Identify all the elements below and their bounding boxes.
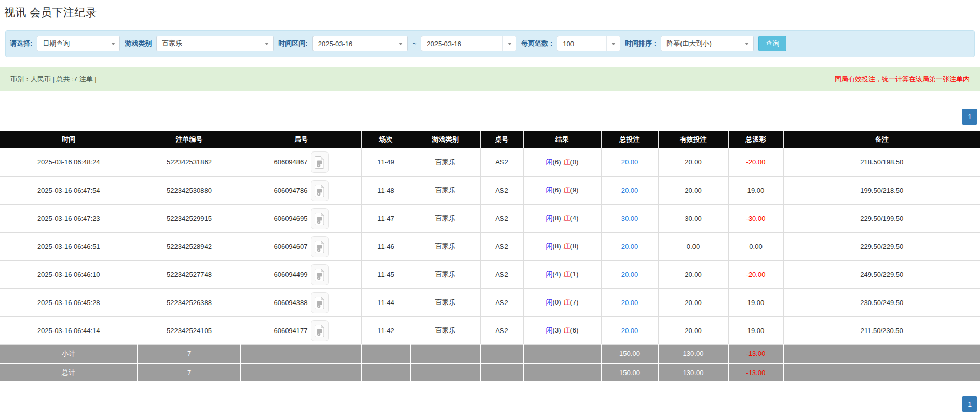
subtotal-row: 小计 7 150.00 130.00 -13.00 — [0, 344, 980, 363]
search-button[interactable]: 查询 — [758, 36, 786, 51]
cell-time: 2025-03-16 06:46:51 — [0, 232, 138, 260]
cell-valid-bet: 20.00 — [658, 176, 728, 204]
total-total-payout: -13.00 — [728, 363, 783, 382]
result-player-score: (4) — [553, 270, 561, 278]
cell-valid-bet: 20.00 — [658, 148, 728, 176]
video-replay-button[interactable] — [311, 264, 329, 285]
total-empty-cell — [411, 363, 480, 382]
cell-bet-id: 522342527748 — [138, 260, 241, 288]
video-replay-button[interactable] — [311, 292, 329, 313]
page-1-button[interactable]: 1 — [962, 396, 977, 412]
total-empty-cell — [480, 363, 523, 382]
date-to-value: 2025-03-16 — [421, 36, 502, 51]
date-to-select[interactable]: 2025-03-16 — [421, 36, 516, 51]
total-bet-link[interactable]: 20.00 — [621, 158, 638, 166]
cell-time: 2025-03-16 06:48:24 — [0, 148, 138, 176]
result-player-label: 闲 — [546, 298, 553, 306]
time-sort-label: 时间排序 : — [625, 39, 656, 48]
total-bet-link[interactable]: 20.00 — [621, 243, 638, 251]
cell-game-type: 百家乐 — [411, 176, 480, 204]
video-replay-button[interactable] — [311, 320, 329, 341]
total-count: 7 — [138, 363, 241, 382]
subtotal-label: 小计 — [0, 344, 138, 363]
cell-bet-id: 522342524105 — [138, 316, 241, 344]
cell-remark: 249.50/229.50 — [783, 260, 980, 288]
page-size-select[interactable]: 100 — [557, 36, 620, 51]
video-replay-button[interactable] — [311, 180, 329, 201]
total-bet-link[interactable]: 30.00 — [621, 215, 638, 223]
video-file-icon — [315, 268, 325, 281]
cell-game-type: 百家乐 — [411, 232, 480, 260]
query-mode-select[interactable]: 日期查询 — [37, 36, 120, 51]
video-file-icon — [315, 212, 325, 225]
subtotal-total-payout: -13.00 — [728, 344, 783, 363]
header-time: 时间 — [0, 131, 138, 148]
time-sort-select[interactable]: 降幂(由大到小) — [661, 36, 754, 51]
video-file-icon — [315, 296, 325, 309]
table-header: 时间 注单编号 局号 场次 游戏类别 桌号 结果 总投注 有效投注 总派彩 备注 — [0, 131, 980, 148]
cell-total-bet: 20.00 — [601, 232, 658, 260]
result-banker-score: (4) — [570, 214, 579, 222]
cell-table-no: AS2 — [480, 232, 523, 260]
page-size-label: 每页笔数 : — [521, 39, 552, 48]
subtotal-empty-cell — [241, 344, 361, 363]
chevron-down-icon[interactable] — [606, 36, 620, 51]
cell-total-bet: 20.00 — [601, 260, 658, 288]
cell-bet-id: 522342531862 — [138, 148, 241, 176]
cell-bet-id: 522342529915 — [138, 204, 241, 232]
cell-total-payout: -20.00 — [728, 148, 783, 176]
cell-result: 闲(6)庄(0) — [523, 148, 601, 176]
total-bet-link[interactable]: 20.00 — [621, 327, 638, 335]
cell-session: 11-48 — [361, 176, 411, 204]
header-remark: 备注 — [783, 131, 980, 148]
header-table-no: 桌号 — [480, 131, 523, 148]
subtotal-total-bet: 150.00 — [601, 344, 658, 363]
cell-table-no: AS2 — [480, 260, 523, 288]
cell-remark: 211.50/230.50 — [783, 316, 980, 344]
chevron-down-icon[interactable] — [106, 36, 119, 51]
result-banker-label: 庄 — [564, 242, 570, 250]
cell-session: 11-49 — [361, 148, 411, 176]
video-replay-button[interactable] — [311, 208, 329, 229]
page-1-button[interactable]: 1 — [962, 109, 977, 125]
result-banker-label: 庄 — [564, 214, 570, 222]
result-banker-score: (9) — [570, 186, 579, 194]
table-body: 2025-03-16 06:48:24 522342531862 6060948… — [0, 148, 980, 344]
chevron-down-icon[interactable] — [394, 36, 407, 51]
date-from-select[interactable]: 2025-03-16 — [312, 36, 408, 51]
time-sort-value: 降幂(由大到小) — [661, 36, 740, 51]
video-replay-button[interactable] — [311, 151, 329, 173]
subtotal-empty-cell — [361, 344, 411, 363]
table-summary: 小计 7 150.00 130.00 -13.00 总计 7 150.00 13… — [0, 344, 980, 382]
cell-session: 11-46 — [361, 232, 411, 260]
cell-round-id: 606094607 — [241, 232, 361, 260]
round-id-text: 606094499 — [274, 271, 307, 279]
cell-bet-id: 522342528942 — [138, 232, 241, 260]
video-file-icon — [315, 156, 325, 169]
total-bet-link[interactable]: 20.00 — [621, 187, 638, 195]
summary-bar: 币别：人民币 | 总共 :7 注单 | 同局有效投注，统一计算在该局第一张注单内 — [0, 67, 980, 91]
subtotal-empty-cell — [480, 344, 523, 363]
chevron-down-icon[interactable] — [260, 36, 273, 51]
page-header: 视讯 会员下注纪录 — [0, 0, 980, 24]
header-total-bet: 总投注 — [601, 131, 658, 148]
video-replay-button[interactable] — [311, 236, 329, 257]
result-player-label: 闲 — [546, 158, 553, 166]
cell-bet-id: 522342530880 — [138, 176, 241, 204]
game-type-select[interactable]: 百家乐 — [156, 36, 274, 51]
video-file-icon — [315, 184, 325, 197]
cell-total-bet: 20.00 — [601, 176, 658, 204]
result-player-score: (8) — [553, 242, 561, 250]
round-id-text: 606094388 — [274, 299, 307, 307]
cell-total-bet: 30.00 — [601, 204, 658, 232]
chevron-down-icon[interactable] — [502, 36, 516, 51]
total-bet-link[interactable]: 20.00 — [621, 299, 638, 307]
total-bet-link[interactable]: 20.00 — [621, 271, 638, 279]
chevron-down-icon[interactable] — [740, 36, 753, 51]
cell-game-type: 百家乐 — [411, 148, 480, 176]
video-file-icon — [315, 240, 325, 253]
page-title: 视讯 会员下注纪录 — [4, 5, 975, 20]
cell-total-payout: 19.00 — [728, 288, 783, 316]
result-banker-score: (8) — [570, 242, 579, 250]
cell-result: 闲(4)庄(1) — [523, 260, 601, 288]
